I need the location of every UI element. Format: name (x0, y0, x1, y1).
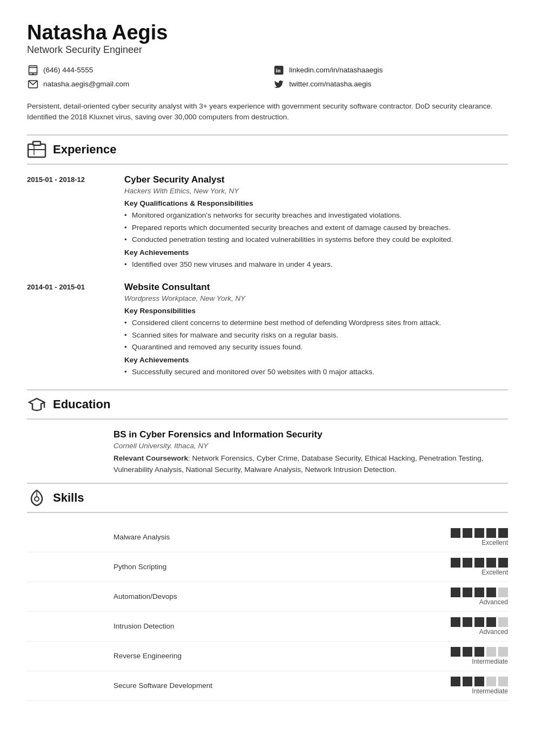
skill-bar-filled (451, 528, 460, 538)
skill-name: Malware Analysis (113, 533, 451, 541)
skills-title: Skills (53, 491, 84, 505)
skill-bar-filled (486, 617, 496, 627)
skill-bar-filled (486, 588, 496, 597)
skill-row: Malware AnalysisExcellent (27, 523, 508, 552)
skill-rating: Excellent (451, 528, 508, 546)
skill-rating: Advanced (451, 617, 508, 636)
skill-name: Reverse Engineering (113, 652, 451, 660)
skill-bar-empty (498, 588, 508, 597)
skill-bar-empty (486, 677, 496, 686)
job-bullets-1-0: Monitored organization's networks for se… (124, 210, 508, 245)
skill-bar-filled (474, 677, 484, 686)
edu-coursework: Relevant Coursework: Network Forensics, … (113, 453, 508, 475)
job-bullets-2-1: Successfully secured and monitored over … (124, 367, 508, 377)
skill-bars (451, 588, 508, 597)
skill-bar-empty (498, 617, 508, 627)
skill-row: Secure Software DevelopmentIntermediate (27, 671, 508, 701)
skill-name: Secure Software Development (113, 681, 451, 690)
skill-rating: Excellent (451, 558, 508, 576)
skill-bar-empty (498, 677, 508, 686)
bullet-item: Identified over 350 new viruses and malw… (124, 259, 508, 270)
job-title-1: Cyber Security Analyst (124, 174, 508, 185)
job-dates-1: 2015-01 - 2018-12 (27, 174, 113, 271)
skill-bar-filled (463, 558, 472, 568)
job-company-1: Hackers With Ethics, New York, NY (124, 187, 508, 195)
skill-bar-filled (474, 558, 484, 568)
experience-icon (27, 140, 46, 159)
skill-level: Excellent (482, 539, 508, 546)
contact-phone: (646) 444-5555 (27, 64, 262, 76)
skill-bar-filled (463, 588, 472, 597)
candidate-name: Natasha Aegis (27, 22, 508, 44)
skill-bar-filled (474, 617, 484, 627)
skill-bar-filled (474, 528, 484, 538)
edu-degree: BS in Cyber Forensics and Information Se… (113, 429, 508, 440)
email-value: natasha.aegis@gmail.com (43, 80, 129, 88)
skill-bar-filled (498, 558, 508, 568)
job-company-2: Wordpress Workplace, New York, NY (124, 294, 508, 302)
job-title-2: Website Consultant (124, 282, 508, 293)
phone-value: (646) 444-5555 (43, 66, 93, 74)
skill-row: Automation/DevopsAdvanced (27, 582, 508, 612)
skill-rating: Intermediate (451, 677, 508, 695)
skill-rating: Intermediate (451, 647, 508, 665)
skill-name: Intrusion Detection (113, 622, 451, 630)
skill-level: Advanced (479, 598, 508, 606)
job-bullets-1-1: Identified over 350 new viruses and malw… (124, 259, 508, 270)
experience-section-header: Experience (27, 134, 508, 165)
job-entry-2: 2014-01 - 2015-01 Website Consultant Wor… (27, 282, 508, 379)
twitter-icon (273, 78, 285, 90)
contact-email: natasha.aegis@gmail.com (27, 78, 262, 90)
skill-bar-empty (498, 647, 508, 657)
skill-bars (451, 677, 508, 686)
linkedin-icon: in (273, 64, 285, 76)
skill-bar-filled (451, 588, 460, 597)
edu-school: Cornell University. Ithaca, NY (113, 442, 508, 450)
skill-bars (451, 617, 508, 627)
skill-bar-filled (463, 617, 472, 627)
skills-icon (27, 488, 46, 508)
skill-name: Python Scripting (113, 563, 451, 571)
svg-point-12 (35, 497, 39, 501)
skill-level: Advanced (479, 628, 508, 636)
skill-level: Intermediate (472, 687, 508, 695)
skill-bar-filled (463, 528, 472, 538)
skill-row: Python ScriptingExcellent (27, 552, 508, 582)
skill-bar-filled (486, 558, 496, 568)
bullet-item: Prepared reports which documented securi… (124, 222, 508, 233)
skill-bar-filled (486, 528, 496, 538)
skill-bar-empty (486, 647, 496, 657)
bullet-item: Successfully secured and monitored over … (124, 367, 508, 377)
education-section-header: Education (27, 389, 508, 420)
coursework-label: Relevant Coursework (113, 454, 188, 462)
education-title: Education (53, 397, 110, 411)
twitter-value: twitter.com/natasha.aegis (289, 80, 371, 88)
job-subsection-heading-2-0: Key Responsibilities (124, 307, 508, 315)
skill-bar-filled (463, 647, 472, 657)
svg-text:in: in (276, 67, 280, 73)
skill-level: Intermediate (472, 658, 508, 665)
contact-grid: (646) 444-5555 in linkedin.com/in/natash… (27, 64, 508, 90)
skill-row: Intrusion DetectionAdvanced (27, 612, 508, 642)
skill-bar-filled (451, 617, 460, 627)
svg-rect-7 (28, 144, 45, 157)
job-content-1: Cyber Security Analyst Hackers With Ethi… (124, 174, 508, 271)
skill-bar-filled (463, 677, 472, 686)
skill-bar-filled (474, 588, 484, 597)
job-subsection-heading-1-1: Key Achievements (124, 248, 508, 256)
bullet-item: Conducted penetration testing and locate… (124, 234, 508, 245)
skill-bars (451, 647, 508, 657)
linkedin-value: linkedin.com/in/natashaaegis (289, 66, 383, 74)
skill-rating: Advanced (451, 588, 508, 606)
skill-row: Reverse EngineeringIntermediate (27, 642, 508, 671)
phone-icon (27, 64, 39, 76)
education-icon (27, 395, 46, 414)
skill-bars (451, 528, 508, 538)
email-icon (27, 78, 39, 90)
candidate-title: Network Security Engineer (27, 44, 508, 56)
skill-name: Automation/Devops (113, 592, 451, 600)
bullet-item: Quarantined and removed any security iss… (124, 342, 508, 353)
edu-entry-1: BS in Cyber Forensics and Information Se… (27, 429, 508, 475)
skill-level: Excellent (482, 569, 508, 576)
bullet-item: Monitored organization's networks for se… (124, 210, 508, 221)
